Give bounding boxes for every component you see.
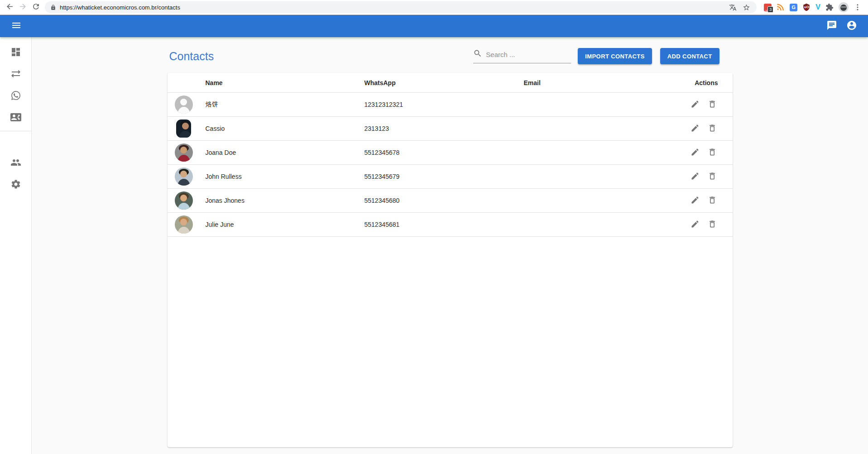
extension-ublock[interactable]: uO [802,3,810,11]
contact-name: John Rulless [200,173,359,180]
edit-pencil-icon [691,100,700,110]
search-icon [473,49,482,60]
contact-avatar [175,96,193,114]
kebab-menu-icon [854,3,862,11]
forward-button[interactable] [17,1,29,14]
table-header-row: Name WhatsApp Email Actions [168,73,733,93]
back-icon [5,2,14,12]
search-input[interactable] [486,51,571,58]
edit-pencil-icon [691,196,700,206]
trash-icon [708,172,717,182]
delete-contact-button[interactable] [706,219,718,230]
messages-button[interactable] [822,16,842,36]
hamburger-icon [11,20,22,32]
delete-contact-button[interactable] [706,171,718,182]
edit-pencil-icon [691,172,700,182]
add-contact-button[interactable]: ADD CONTACT [660,48,719,64]
address-bar[interactable]: https://whaticket.economicros.com.br/con… [45,1,757,13]
edit-contact-button[interactable] [689,147,701,158]
contact-name: 烙饼 [200,100,359,109]
extension-rss[interactable] [777,3,785,11]
extensions-area: … 3 G uO V [761,2,864,12]
contact-avatar [175,215,193,234]
forward-icon [19,2,27,12]
account-button[interactable] [842,16,862,36]
v-extension-icon: V [815,3,820,11]
extension-feed-notifier[interactable]: … 3 [764,4,772,11]
trash-icon [708,196,717,206]
browser-toolbar: https://whaticket.economicros.com.br/con… [0,0,868,15]
edit-contact-button[interactable] [689,99,701,110]
back-button[interactable] [4,1,16,14]
shield-icon: uO [802,3,810,11]
page-header: Contacts IMPORT CONTACTS ADD CONTACT [168,48,733,64]
contact-whatsapp: 5512345680 [359,197,518,204]
rss-icon [777,3,785,11]
table-row: Jonas Jhones 5512345680 [168,189,733,213]
bookmark-star-button[interactable] [741,2,751,12]
edit-pencil-icon [691,148,700,158]
contact-name: Joana Doe [200,149,359,156]
contact-name: Julie June [200,221,359,228]
contact-avatar [176,119,191,138]
contact-whatsapp: 5512345681 [359,221,518,228]
trash-icon [708,100,717,110]
contact-whatsapp: 5512345679 [359,173,518,180]
delete-contact-button[interactable] [706,123,718,134]
header-name: Name [200,79,359,86]
people-icon [10,157,21,169]
reload-button[interactable] [30,1,42,14]
edit-pencil-icon [691,124,700,134]
delete-contact-button[interactable] [706,147,718,158]
edit-contact-button[interactable] [689,123,701,134]
translate-page-button[interactable] [728,2,738,12]
extensions-menu-button[interactable] [825,3,834,11]
gear-icon [10,179,21,191]
profile-avatar-icon [839,2,849,12]
table-row: 烙饼 12312312321 [168,93,733,117]
url-text: https://whaticket.economicros.com.br/con… [60,4,180,11]
contact-whatsapp: 2313123 [359,125,518,132]
page-title: Contacts [169,50,214,63]
delete-contact-button[interactable] [706,99,718,110]
contact-phone-icon [10,112,21,124]
header-email: Email [518,79,678,86]
sidebar-item-contacts[interactable] [5,107,27,129]
puzzle-icon [825,3,834,11]
delete-contact-button[interactable] [706,195,718,206]
translate-extension-icon: G [790,4,797,11]
sidebar-item-connections[interactable] [5,63,27,85]
browser-menu-button[interactable] [854,3,862,11]
browser-profile-button[interactable] [839,2,849,12]
contact-avatar [175,143,193,162]
contact-name: Jonas Jhones [200,197,359,204]
extension-translate[interactable]: G [790,4,797,11]
contact-whatsapp: 12312312321 [359,101,518,108]
extension-v[interactable]: V [815,3,820,11]
header-actions: Actions [678,79,733,86]
sidebar-item-settings[interactable] [5,174,27,196]
sidebar-divider [0,131,32,131]
browser-window: https://whaticket.economicros.com.br/con… [0,0,868,454]
table-row: Cassio 2313123 [168,117,733,141]
main-content: Contacts IMPORT CONTACTS ADD CONTACT Nam… [32,37,868,454]
menu-button[interactable] [6,16,26,36]
header-whatsapp: WhatsApp [359,79,518,86]
edit-contact-button[interactable] [689,219,701,230]
edit-contact-button[interactable] [689,171,701,182]
sidebar-item-dashboard[interactable] [5,42,27,63]
sidebar-item-users[interactable] [5,152,27,174]
extension-badge: 3 [767,6,773,13]
reload-icon [32,2,40,12]
trash-icon [708,124,717,134]
sync-alt-icon [10,68,21,81]
star-icon [743,4,750,11]
edit-contact-button[interactable] [689,195,701,206]
contact-whatsapp: 5512345678 [359,149,518,156]
contacts-card: Name WhatsApp Email Actions 烙饼 123123123… [168,73,733,447]
sidebar-item-tickets[interactable] [5,85,27,107]
search-box [473,49,571,63]
dashboard-icon [10,47,21,59]
table-row: Joana Doe 5512345678 [168,141,733,165]
import-contacts-button[interactable]: IMPORT CONTACTS [578,48,652,64]
